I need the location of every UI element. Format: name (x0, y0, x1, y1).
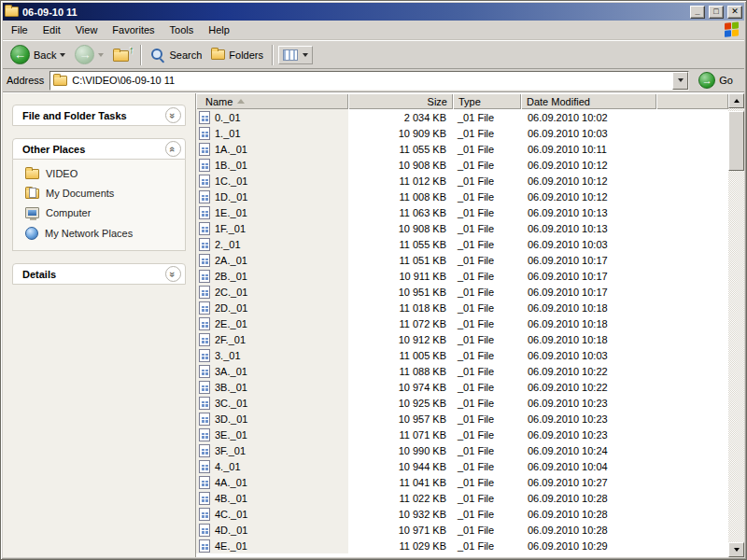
file-name-cell: 2A._01 (196, 252, 348, 268)
file-icon (199, 270, 210, 283)
file-row[interactable]: 1D._01 11 008 KB _01 File 06.09.2010 10:… (196, 189, 728, 204)
column-header-date-modified[interactable]: Date Modified (521, 93, 656, 109)
back-button[interactable]: ← Back (7, 43, 69, 66)
file-name: 3F._01 (215, 445, 246, 456)
scroll-down-button[interactable] (728, 542, 744, 557)
address-dropdown-button[interactable] (672, 72, 688, 90)
menu-file[interactable]: File (4, 21, 35, 38)
go-label: Go (719, 75, 733, 86)
search-button[interactable]: Search (147, 46, 205, 64)
file-size-cell: 10 908 KB (348, 160, 453, 171)
file-date-cell: 06.09.2010 10:22 (521, 366, 656, 377)
file-date-cell: 06.09.2010 10:28 (521, 525, 656, 536)
folders-button[interactable]: Folders (207, 48, 267, 63)
address-input[interactable]: C:\VIDEO\06-09-10 11 (49, 71, 689, 91)
file-row[interactable]: 4B._01 11 022 KB _01 File 06.09.2010 10:… (196, 490, 728, 506)
menu-tools[interactable]: Tools (162, 21, 202, 38)
file-name-cell: 0._01 (196, 109, 348, 125)
file-name-cell: 3D._01 (196, 411, 348, 427)
back-dropdown-icon (60, 53, 65, 57)
file-row[interactable]: 1A._01 11 055 KB _01 File 06.09.2010 10:… (196, 141, 728, 157)
file-type-cell: _01 File (453, 223, 521, 234)
file-row[interactable]: 4E._01 11 029 KB _01 File 06.09.2010 10:… (196, 538, 728, 553)
file-type-cell: _01 File (453, 366, 521, 377)
file-size-cell: 10 951 KB (348, 287, 453, 298)
file-size-cell: 11 022 KB (348, 493, 453, 504)
forward-button[interactable]: → (71, 43, 107, 66)
file-icon (199, 428, 210, 441)
chevron-down-icon[interactable] (165, 107, 181, 123)
file-row[interactable]: 3F._01 10 990 KB _01 File 06.09.2010 10:… (196, 442, 728, 458)
minimize-button[interactable]: _ (690, 6, 705, 19)
scroll-up-button[interactable] (728, 93, 744, 108)
up-button[interactable]: ↑ (109, 46, 135, 63)
file-type-cell: _01 File (453, 540, 521, 552)
column-header-size[interactable]: Size (348, 93, 453, 109)
file-row[interactable]: 2B._01 10 911 KB _01 File 06.09.2010 10:… (196, 268, 728, 284)
file-icon (199, 238, 210, 251)
column-label: Size (428, 96, 447, 107)
file-row[interactable]: 3C._01 10 925 KB _01 File 06.09.2010 10:… (196, 395, 728, 411)
file-row[interactable]: 3._01 11 005 KB _01 File 06.09.2010 10:0… (196, 347, 728, 363)
file-type-cell: _01 File (453, 239, 521, 250)
file-icon (199, 159, 210, 172)
place-link-my-network-places[interactable]: My Network Places (25, 227, 181, 240)
file-icon (199, 143, 210, 156)
file-folder-tasks-header[interactable]: File and Folder Tasks (12, 105, 186, 126)
forward-arrow-icon: → (75, 45, 94, 64)
column-header-type[interactable]: Type (453, 93, 521, 109)
scrollbar-track[interactable] (728, 108, 744, 542)
go-button[interactable]: Go (695, 72, 740, 89)
place-link-my-documents[interactable]: My Documents (25, 188, 181, 199)
window-folder-icon[interactable] (5, 7, 19, 17)
file-date-cell: 06.09.2010 10:03 (521, 350, 656, 361)
file-list: Name Size Type Date Modified (196, 93, 728, 557)
file-type-cell: _01 File (453, 160, 521, 171)
menu-bar: File Edit View Favorites Tools Help (3, 21, 744, 40)
file-row[interactable]: 2._01 11 055 KB _01 File 06.09.2010 10:0… (196, 236, 728, 252)
other-places-header[interactable]: Other Places (12, 138, 186, 160)
place-link-computer[interactable]: Computer (25, 207, 181, 218)
file-row[interactable]: 4._01 10 944 KB _01 File 06.09.2010 10:0… (196, 458, 728, 474)
chevron-up-icon[interactable] (165, 141, 181, 157)
search-label: Search (169, 49, 202, 61)
file-row[interactable]: 1E._01 11 063 KB _01 File 06.09.2010 10:… (196, 204, 728, 220)
file-row[interactable]: 2F._01 10 912 KB _01 File 06.09.2010 10:… (196, 331, 728, 347)
file-row[interactable]: 3E._01 11 071 KB _01 File 06.09.2010 10:… (196, 427, 728, 442)
file-date-cell: 06.09.2010 10:22 (521, 382, 656, 393)
file-row[interactable]: 4C._01 10 932 KB _01 File 06.09.2010 10:… (196, 506, 728, 522)
scrollbar-thumb[interactable] (728, 111, 744, 171)
close-button[interactable]: ✕ (727, 6, 742, 19)
views-button[interactable] (278, 46, 313, 64)
details-header[interactable]: Details (12, 263, 186, 285)
file-name: 4E._01 (215, 540, 247, 552)
task-pane: File and Folder Tasks Other Places VIDEO (3, 93, 196, 557)
menu-edit[interactable]: Edit (35, 21, 68, 38)
column-header-name[interactable]: Name (196, 93, 348, 109)
window-title: 06-09-10 11 (22, 7, 686, 18)
file-row[interactable]: 3D._01 10 957 KB _01 File 06.09.2010 10:… (196, 411, 728, 427)
menu-favorites[interactable]: Favorites (105, 21, 162, 38)
file-row[interactable]: 0._01 2 034 KB _01 File 06.09.2010 10:02 (196, 109, 728, 125)
file-row[interactable]: 2E._01 11 072 KB _01 File 06.09.2010 10:… (196, 315, 728, 331)
file-row[interactable]: 2A._01 11 051 KB _01 File 06.09.2010 10:… (196, 252, 728, 268)
file-row[interactable]: 3A._01 11 088 KB _01 File 06.09.2010 10:… (196, 363, 728, 379)
file-row[interactable]: 1C._01 11 012 KB _01 File 06.09.2010 10:… (196, 173, 728, 189)
maximize-button[interactable]: □ (709, 6, 724, 19)
file-row[interactable]: 2C._01 10 951 KB _01 File 06.09.2010 10:… (196, 284, 728, 300)
file-name-cell: 3C._01 (196, 395, 348, 411)
file-row[interactable]: 1F._01 10 908 KB _01 File 06.09.2010 10:… (196, 220, 728, 236)
file-row[interactable]: 4A._01 11 041 KB _01 File 06.09.2010 10:… (196, 474, 728, 490)
file-row[interactable]: 1._01 10 909 KB _01 File 06.09.2010 10:0… (196, 125, 728, 141)
place-link-video[interactable]: VIDEO (25, 168, 181, 179)
file-row[interactable]: 2D._01 11 018 KB _01 File 06.09.2010 10:… (196, 300, 728, 315)
scroll-up-icon (734, 99, 740, 103)
chevron-down-icon[interactable] (165, 266, 181, 282)
menu-view[interactable]: View (68, 21, 106, 38)
file-name: 0._01 (215, 112, 241, 123)
file-row[interactable]: 1B._01 10 908 KB _01 File 06.09.2010 10:… (196, 157, 728, 173)
file-size-cell: 10 925 KB (348, 398, 453, 409)
file-row[interactable]: 4D._01 10 971 KB _01 File 06.09.2010 10:… (196, 522, 728, 538)
file-row[interactable]: 3B._01 10 974 KB _01 File 06.09.2010 10:… (196, 379, 728, 395)
menu-help[interactable]: Help (201, 21, 237, 38)
